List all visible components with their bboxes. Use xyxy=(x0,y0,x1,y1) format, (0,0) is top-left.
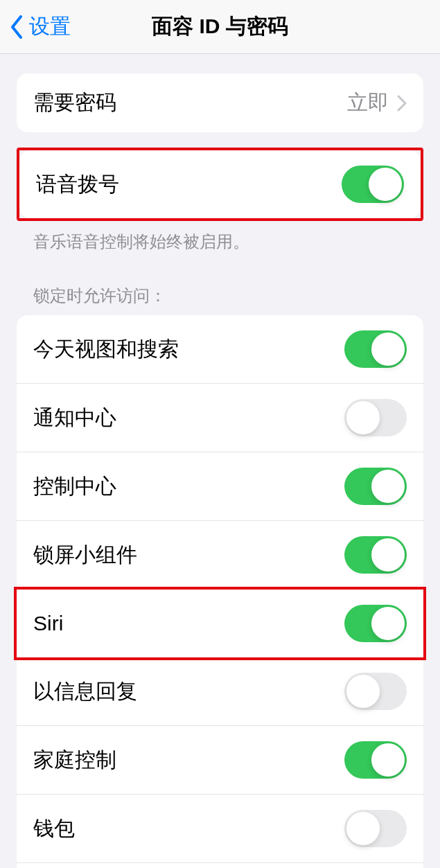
back-button[interactable]: 设置 xyxy=(10,12,71,41)
voice-dial-label: 语音拨号 xyxy=(36,170,119,199)
locked-access-row: 回拨未接来电 xyxy=(17,863,423,868)
voice-dial-highlight: 语音拨号 xyxy=(17,148,423,221)
locked-access-label: 以信息回复 xyxy=(33,677,137,706)
require-password-row[interactable]: 需要密码 立即 xyxy=(17,73,423,132)
locked-access-toggle[interactable] xyxy=(344,673,407,710)
locked-access-row: 控制中心 xyxy=(17,452,423,521)
nav-header: 设置 面容 ID 与密码 xyxy=(0,0,440,54)
locked-access-row: 今天视图和搜索 xyxy=(17,315,423,384)
locked-access-label: Siri xyxy=(33,612,63,635)
voice-dial-row: 语音拨号 xyxy=(19,150,421,218)
chevron-left-icon xyxy=(10,15,24,39)
locked-access-toggle[interactable] xyxy=(344,810,407,847)
locked-access-header: 锁定时允许访问： xyxy=(17,253,423,315)
voice-dial-footer: 音乐语音控制将始终被启用。 xyxy=(17,221,423,253)
locked-access-toggle[interactable] xyxy=(344,399,407,436)
require-password-label: 需要密码 xyxy=(33,89,116,117)
voice-dial-toggle[interactable] xyxy=(342,166,404,203)
locked-access-label: 通知中心 xyxy=(33,404,116,432)
require-password-group: 需要密码 立即 xyxy=(17,73,423,132)
locked-access-label: 锁屏小组件 xyxy=(33,541,137,569)
page-title: 面容 ID 与密码 xyxy=(152,12,288,41)
locked-access-toggle[interactable] xyxy=(344,741,407,779)
locked-access-label: 钱包 xyxy=(33,815,75,843)
locked-access-toggle[interactable] xyxy=(344,605,407,642)
locked-access-row: 锁屏小组件 xyxy=(17,521,423,590)
locked-access-row: 家庭控制 xyxy=(17,726,423,795)
chevron-right-icon xyxy=(397,95,407,112)
locked-access-row: Siri xyxy=(14,587,426,660)
back-label: 设置 xyxy=(29,12,71,41)
locked-access-toggle[interactable] xyxy=(344,330,407,368)
locked-access-toggle[interactable] xyxy=(344,536,407,574)
locked-access-toggle[interactable] xyxy=(344,468,407,505)
locked-access-row: 以信息回复 xyxy=(17,657,423,726)
locked-access-label: 今天视图和搜索 xyxy=(33,335,179,364)
locked-access-label: 家庭控制 xyxy=(33,746,116,774)
locked-access-row: 钱包 xyxy=(17,795,423,863)
locked-access-row: 通知中心 xyxy=(17,384,423,452)
locked-access-label: 控制中心 xyxy=(33,472,116,501)
require-password-value: 立即 xyxy=(347,89,407,117)
locked-access-group: 今天视图和搜索通知中心控制中心锁屏小组件Siri以信息回复家庭控制钱包回拨未接来… xyxy=(17,315,423,868)
